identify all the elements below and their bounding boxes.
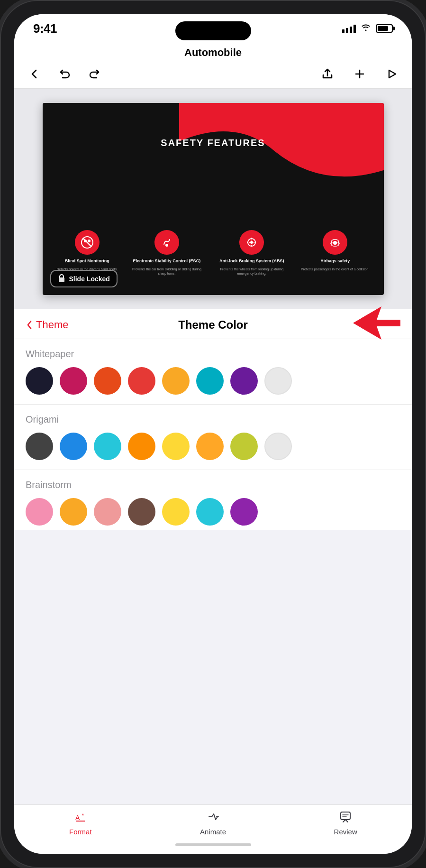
color-swatch[interactable] <box>196 367 224 395</box>
color-swatch[interactable] <box>230 367 258 395</box>
svg-marker-11 <box>353 306 400 340</box>
toolbar-left <box>26 65 103 83</box>
theme-header: Theme Theme Color <box>14 309 412 339</box>
color-swatch[interactable] <box>94 498 121 526</box>
status-time: 9:41 <box>33 21 57 36</box>
color-swatch[interactable] <box>26 367 53 395</box>
blind-spot-icon <box>75 230 100 255</box>
slide-locked-label: Slide Locked <box>69 275 110 283</box>
tab-review-label: Review <box>334 828 357 836</box>
theme-main-title: Theme Color <box>178 318 248 332</box>
tab-animate[interactable]: Animate <box>147 811 280 836</box>
phone-frame: 9:41 Automobile <box>0 0 426 868</box>
color-swatch[interactable] <box>26 498 53 526</box>
abs-name: Anti-lock Braking System (ABS) <box>219 259 284 264</box>
airbags-name: Airbags safety <box>320 259 350 264</box>
svg-rect-10 <box>59 277 64 282</box>
color-swatch[interactable] <box>128 367 155 395</box>
svg-point-9 <box>333 241 337 245</box>
theme-back-label: Theme <box>36 319 68 331</box>
color-swatch[interactable] <box>196 498 224 526</box>
feature-airbags: Airbags safety Protects passengers in th… <box>301 230 369 276</box>
tab-format[interactable]: A Format <box>14 811 147 836</box>
feature-esc: Electronic Stability Control (ESC) Preve… <box>131 230 202 276</box>
lock-icon <box>58 274 65 284</box>
back-button[interactable] <box>26 65 43 83</box>
redo-button[interactable] <box>86 65 103 83</box>
slide-locked-badge: Slide Locked <box>50 270 118 287</box>
origami-group: Origami <box>14 405 412 470</box>
feature-blind-spot: Blind Spot Monitoring Detects objects in… <box>57 230 118 276</box>
slide-wave-decoration <box>179 103 384 218</box>
add-button[interactable] <box>351 65 368 83</box>
animate-icon <box>207 811 219 826</box>
brainstorm-group: Brainstorm <box>14 470 412 530</box>
battery-icon <box>376 24 393 33</box>
theme-section: Theme Theme Color Whitepaper <box>14 309 412 530</box>
brainstorm-label: Brainstorm <box>26 480 400 490</box>
color-swatch[interactable] <box>162 498 190 526</box>
toolbar <box>14 65 412 83</box>
toolbar-right <box>319 65 400 83</box>
color-swatch[interactable] <box>26 433 53 460</box>
whitepaper-label: Whitepaper <box>26 349 400 360</box>
slide-features: Blind Spot Monitoring Detects objects in… <box>43 230 384 276</box>
color-swatch[interactable] <box>230 433 258 460</box>
whitepaper-swatches <box>26 367 400 395</box>
whitepaper-group: Whitepaper <box>14 339 412 405</box>
app-header: Automobile <box>14 43 412 89</box>
status-icons <box>342 24 393 34</box>
play-button[interactable] <box>383 65 400 83</box>
color-swatch[interactable] <box>60 498 87 526</box>
origami-swatches <box>26 433 400 460</box>
color-swatch[interactable] <box>230 498 258 526</box>
tab-format-label: Format <box>69 828 92 836</box>
abs-desc: Prevents the wheels from locking up duri… <box>216 267 288 276</box>
review-icon <box>339 811 352 826</box>
color-swatch[interactable] <box>94 367 121 395</box>
color-swatch[interactable] <box>60 367 87 395</box>
tab-review[interactable]: Review <box>279 811 412 836</box>
esc-name: Electronic Stability Control (ESC) <box>133 259 201 264</box>
phone-screen: 9:41 Automobile <box>14 14 412 854</box>
home-indicator-bar <box>175 843 251 846</box>
abs-icon <box>239 230 264 255</box>
color-swatch[interactable] <box>196 433 224 460</box>
red-arrow-indicator <box>353 306 400 342</box>
airbags-desc: Protects passengers in the event of a co… <box>301 267 369 271</box>
theme-back-button[interactable]: Theme <box>26 319 68 331</box>
brainstorm-swatches <box>26 498 400 530</box>
tab-bar: A Format Animate <box>14 804 412 840</box>
dynamic-island <box>175 21 251 40</box>
wifi-icon <box>361 24 371 34</box>
airbags-icon <box>323 230 347 255</box>
color-swatch[interactable] <box>128 498 155 526</box>
tab-animate-label: Animate <box>200 828 226 836</box>
esc-desc: Prevents the car from skidding or slidin… <box>131 267 202 276</box>
share-button[interactable] <box>319 65 336 83</box>
undo-button[interactable] <box>56 65 73 83</box>
blind-spot-name: Blind Spot Monitoring <box>65 259 109 264</box>
signal-icon <box>342 24 356 33</box>
feature-abs: Anti-lock Braking System (ABS) Prevents … <box>216 230 288 276</box>
main-content[interactable]: SAFETY FEATURES <box>14 89 412 804</box>
slide-title: SAFETY FEATURES <box>43 138 384 148</box>
home-indicator <box>14 840 412 854</box>
color-swatch[interactable] <box>264 367 292 395</box>
svg-point-4 <box>165 244 168 247</box>
svg-point-2 <box>84 240 87 242</box>
color-swatch[interactable] <box>94 433 121 460</box>
color-swatch[interactable] <box>162 433 190 460</box>
color-swatch[interactable] <box>60 433 87 460</box>
format-icon: A <box>74 811 87 826</box>
app-title: Automobile <box>14 45 412 59</box>
svg-point-3 <box>88 240 91 242</box>
svg-rect-14 <box>341 812 350 820</box>
color-swatch[interactable] <box>162 367 190 395</box>
color-swatch[interactable] <box>128 433 155 460</box>
origami-label: Origami <box>26 414 400 425</box>
svg-text:A: A <box>75 814 80 822</box>
color-swatch[interactable] <box>264 433 292 460</box>
slide-container: SAFETY FEATURES <box>43 103 384 295</box>
slide-preview-area: SAFETY FEATURES <box>14 89 412 309</box>
